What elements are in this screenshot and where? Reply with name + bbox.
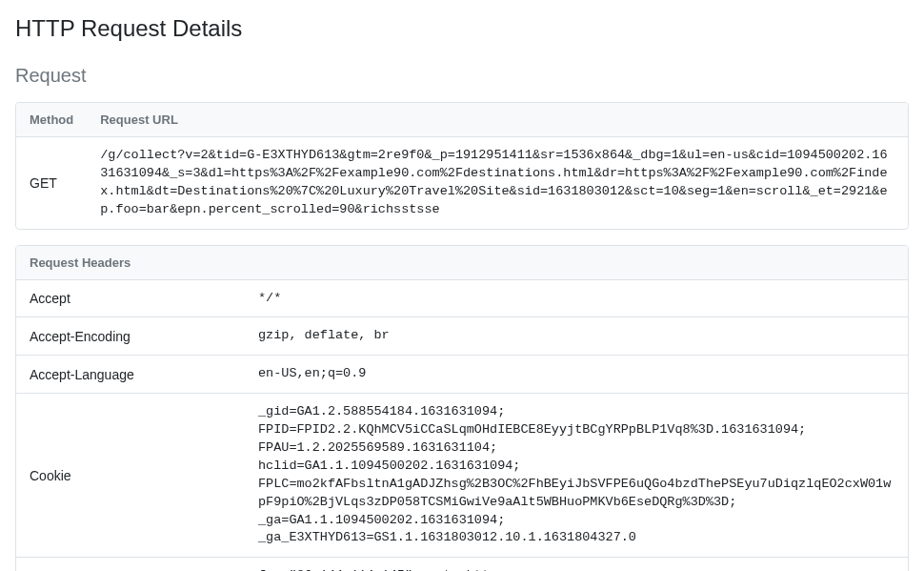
header-value: _gid=GA1.2.588554184.1631631094;FPID=FPI…: [245, 394, 908, 558]
header-value-line: _gid=GA1.2.588554184.1631631094;: [258, 403, 894, 421]
request-section-heading: Request: [15, 65, 909, 87]
request-headers-title: Request Headers: [16, 246, 908, 280]
header-value-line: _ga_E3XTHYD613=GS1.1.1631803012.10.1.163…: [258, 529, 894, 547]
header-value-line: _ga=GA1.1.1094500202.1631631094;: [258, 512, 894, 530]
header-name: Accept: [16, 279, 245, 317]
header-value: */*: [245, 279, 908, 317]
header-value: en-US,en;q=0.9: [245, 356, 908, 394]
page-title: HTTP Request Details: [15, 15, 909, 42]
header-value-line: hclid=GA1.1.1094500202.1631631094;: [258, 458, 894, 476]
method-url-table: Method Request URL GET /g/collect?v=2&ti…: [16, 103, 908, 229]
header-value-line: FPAU=1.2.2025569589.1631631104;: [258, 439, 894, 458]
header-value-line: FPID=FPID2.2.KQhMCV5iCCaSLqmOHdIEBCE8Eyy…: [258, 421, 894, 439]
header-name: Forwarded: [16, 558, 245, 571]
column-header-method: Method: [16, 103, 87, 137]
header-name: Cookie: [16, 394, 245, 558]
header-name: Accept-Language: [16, 356, 245, 394]
method-url-panel: Method Request URL GET /g/collect?v=2&ti…: [15, 102, 909, 230]
request-method: GET: [16, 137, 87, 229]
header-value: for="86.144.114.145";proto=https: [245, 558, 908, 571]
header-row: Accept*/*: [16, 279, 908, 317]
header-name: Accept-Encoding: [16, 317, 245, 356]
request-headers-table: Request Headers Accept*/*Accept-Encoding…: [16, 246, 908, 571]
header-row: Forwardedfor="86.144.114.145";proto=http…: [16, 558, 908, 571]
request-headers-panel: Request Headers Accept*/*Accept-Encoding…: [15, 245, 909, 571]
header-row: Cookie_gid=GA1.2.588554184.1631631094;FP…: [16, 394, 908, 558]
header-value: gzip, deflate, br: [245, 317, 908, 356]
column-header-url: Request URL: [87, 103, 908, 137]
header-value-line: FPLC=mo2kfAFbsltnA1gADJZhsg%2B3OC%2FhBEy…: [258, 476, 894, 512]
request-url: /g/collect?v=2&tid=G-E3XTHYD613&gtm=2re9…: [87, 137, 908, 229]
header-row: Accept-Encodinggzip, deflate, br: [16, 317, 908, 356]
method-url-row: GET /g/collect?v=2&tid=G-E3XTHYD613&gtm=…: [16, 137, 908, 229]
header-row: Accept-Languageen-US,en;q=0.9: [16, 356, 908, 394]
